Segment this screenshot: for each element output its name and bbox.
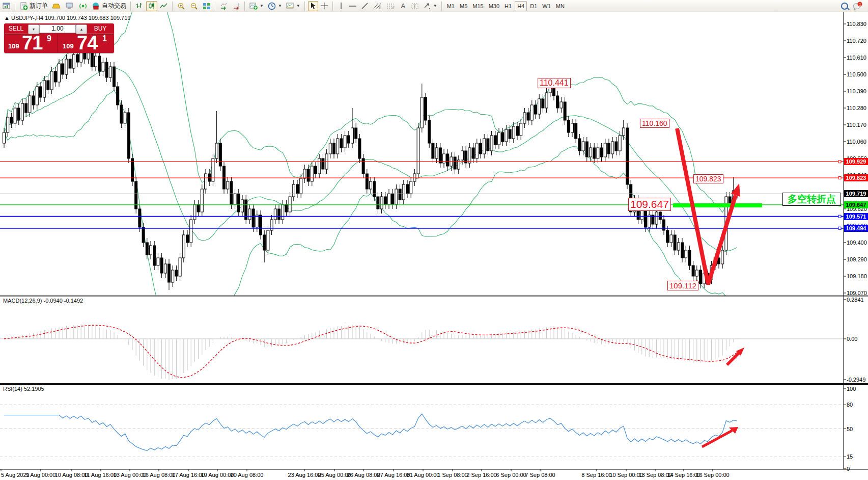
buy-price-pip: 1 <box>102 34 107 43</box>
trend-arrow-rsi[interactable] <box>702 431 732 447</box>
mt4-window: 新订单 自动交易 <box>0 0 868 480</box>
rsi-pane <box>0 405 844 457</box>
trend-arrow-macd[interactable] <box>727 353 739 365</box>
chart-canvas[interactable] <box>0 0 868 480</box>
hline-handle[interactable] <box>838 177 841 179</box>
buy-price[interactable]: 109 74 1 <box>59 34 114 52</box>
sell-price-handle: 109 <box>8 42 19 50</box>
buy-price-handle: 109 <box>63 42 74 50</box>
sell-price-pip: 9 <box>47 34 51 43</box>
support-zone-line[interactable] <box>673 203 762 207</box>
hline-handle[interactable] <box>838 227 841 229</box>
rsi-line <box>4 414 737 450</box>
hline-handle[interactable] <box>838 161 841 163</box>
one-click-trading-panel: SELL ▼ 1.00 ▲ BUY 109 71 9 109 74 1 <box>4 23 114 53</box>
overlay-layer <box>0 12 868 471</box>
volume-input[interactable]: 1.00 <box>39 24 76 33</box>
sell-price-big: 71 <box>22 32 42 54</box>
macd-pane <box>0 324 844 380</box>
sell-price[interactable]: 109 71 9 <box>5 34 58 52</box>
candlesticks <box>3 35 739 290</box>
buy-price-big: 74 <box>77 32 97 54</box>
hline-handle[interactable] <box>838 215 841 218</box>
